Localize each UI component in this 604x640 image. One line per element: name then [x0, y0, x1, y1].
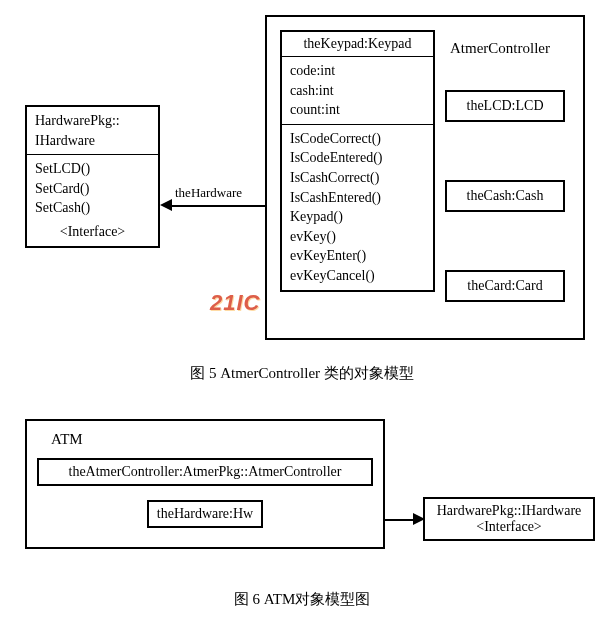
hardware-interface-box: HardwarePkg:: IHardware SetLCD() SetCard…	[25, 105, 160, 248]
hardware-title-2: IHardware	[35, 131, 150, 151]
association-line	[170, 205, 265, 207]
keypad-op: IsCodeCorrect()	[290, 129, 425, 149]
keypad-op: IsCashEntered()	[290, 188, 425, 208]
atm-title: ATM	[51, 431, 373, 448]
association-label: theHardware	[175, 185, 242, 201]
figure-5-diagram: HardwarePkg:: IHardware SetLCD() SetCard…	[10, 10, 594, 350]
hardware-op: SetCard()	[35, 179, 150, 199]
lcd-part-box: theLCD:LCD	[445, 90, 565, 122]
controller-title: AtmerController	[450, 40, 550, 57]
lcd-part-label: theLCD:LCD	[467, 98, 544, 113]
keypad-attr: code:int	[290, 61, 425, 81]
hardware-title-section: HardwarePkg:: IHardware	[27, 107, 158, 155]
fig6-hardware-line2: <Interface>	[429, 519, 589, 535]
figure-6-diagram: ATM theAtmerController:AtmerPkg::AtmerCo…	[10, 419, 594, 564]
cash-part-label: theCash:Cash	[467, 188, 544, 203]
fig6-hardware-line1: HardwarePkg::IHardware	[429, 503, 589, 519]
keypad-attr: count:int	[290, 100, 425, 120]
card-part-box: theCard:Card	[445, 270, 565, 302]
keypad-op: Keypad()	[290, 207, 425, 227]
figure-6-caption: 图 6 ATM对象模型图	[10, 584, 594, 615]
keypad-ops-section: IsCodeCorrect() IsCodeEntered() IsCashCo…	[282, 125, 433, 290]
cash-part-box: theCash:Cash	[445, 180, 565, 212]
hardware-title-1: HardwarePkg::	[35, 111, 150, 131]
keypad-op: IsCashCorrect()	[290, 168, 425, 188]
atm-box: ATM theAtmerController:AtmerPkg::AtmerCo…	[25, 419, 385, 549]
atm-controller-label: theAtmerController:AtmerPkg::AtmerContro…	[69, 464, 342, 479]
hardware-stereotype: <Interface>	[35, 222, 150, 242]
keypad-op: evKeyCancel()	[290, 266, 425, 286]
atm-hardware-label: theHardware:Hw	[157, 506, 253, 521]
association-arrowhead	[160, 199, 172, 211]
keypad-op: IsCodeEntered()	[290, 148, 425, 168]
keypad-box: theKeypad:Keypad code:int cash:int count…	[280, 30, 435, 292]
watermark: 21IC	[210, 290, 260, 316]
card-part-label: theCard:Card	[467, 278, 542, 293]
hardware-op: SetCash()	[35, 198, 150, 218]
atm-controller-inner-box: theAtmerController:AtmerPkg::AtmerContro…	[37, 458, 373, 486]
atm-hardware-inner-box: theHardware:Hw	[147, 500, 263, 528]
keypad-attr: cash:int	[290, 81, 425, 101]
figure-5-caption: 图 5 AtmerController 类的对象模型	[10, 358, 594, 389]
fig6-hardware-box: HardwarePkg::IHardware <Interface>	[423, 497, 595, 541]
keypad-title: theKeypad:Keypad	[282, 32, 433, 57]
fig6-arrow-line	[385, 519, 415, 521]
hardware-op: SetLCD()	[35, 159, 150, 179]
keypad-op: evKeyEnter()	[290, 246, 425, 266]
keypad-op: evKey()	[290, 227, 425, 247]
keypad-attrs-section: code:int cash:int count:int	[282, 57, 433, 125]
hardware-ops-section: SetLCD() SetCard() SetCash() <Interface>	[27, 155, 158, 245]
